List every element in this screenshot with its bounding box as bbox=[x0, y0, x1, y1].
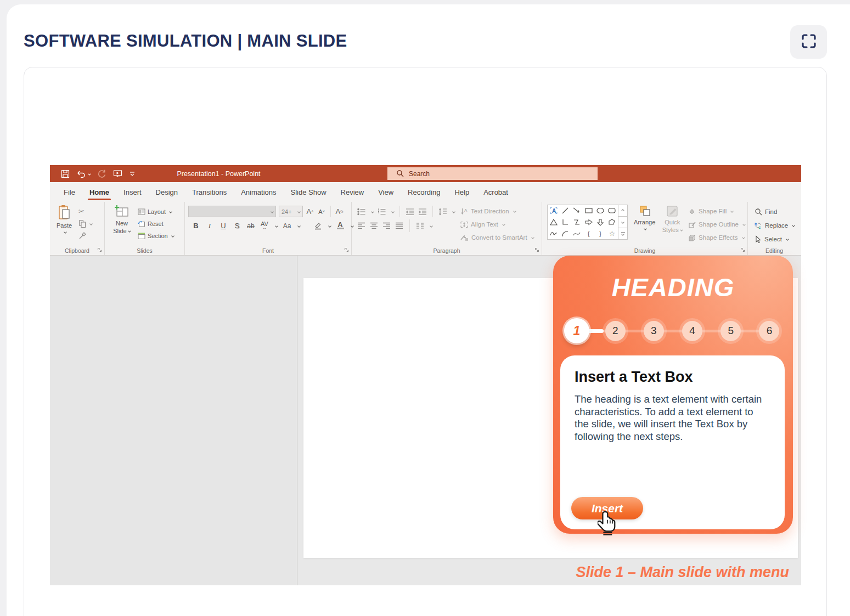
step-5[interactable]: 5 bbox=[718, 318, 744, 343]
search-input[interactable] bbox=[409, 170, 546, 178]
tab-review[interactable]: Review bbox=[334, 182, 371, 202]
shape-rectangle[interactable] bbox=[583, 205, 594, 217]
text-shadow-button[interactable]: S bbox=[233, 220, 241, 232]
shape-outline-button[interactable]: Shape Outline bbox=[688, 218, 745, 230]
align-left-icon[interactable] bbox=[357, 222, 365, 229]
shape-star[interactable]: ☆ bbox=[606, 228, 618, 239]
shape-arc[interactable] bbox=[559, 228, 571, 239]
step-6[interactable]: 6 bbox=[757, 318, 782, 343]
shapes-scroll-down[interactable] bbox=[618, 217, 628, 228]
highlight-color-button[interactable] bbox=[313, 220, 322, 232]
align-text-button[interactable]: Align Text bbox=[460, 218, 534, 230]
shape-curve[interactable] bbox=[571, 228, 583, 239]
quick-styles-button[interactable]: Quick Styles bbox=[661, 205, 683, 246]
shape-rounded-rectangle[interactable] bbox=[606, 205, 618, 217]
slideshow-icon[interactable] bbox=[113, 169, 122, 178]
section-button[interactable]: Section bbox=[138, 230, 174, 241]
quick-styles-icon bbox=[666, 205, 679, 218]
shape-polygon[interactable] bbox=[606, 217, 618, 228]
select-button[interactable]: Select bbox=[755, 233, 798, 245]
tab-insert[interactable]: Insert bbox=[116, 182, 149, 202]
tab-help[interactable]: Help bbox=[447, 182, 476, 202]
undo-icon[interactable] bbox=[76, 169, 91, 178]
align-center-icon[interactable] bbox=[370, 222, 378, 229]
shape-elbow[interactable] bbox=[559, 217, 571, 228]
shapes-more-button[interactable] bbox=[618, 228, 628, 240]
clipboard-dialog-launcher[interactable] bbox=[97, 247, 102, 253]
arrange-label: Arrange bbox=[634, 219, 655, 227]
align-right-icon[interactable] bbox=[382, 222, 391, 229]
shapes-scroll-up[interactable] bbox=[618, 205, 628, 217]
bold-button[interactable]: B bbox=[192, 220, 200, 232]
character-spacing-button[interactable]: AV ↔ bbox=[260, 220, 269, 232]
layout-button[interactable]: Layout bbox=[138, 206, 174, 217]
new-slide-button[interactable]: New Slide bbox=[110, 205, 133, 246]
columns-icon[interactable] bbox=[416, 222, 424, 229]
paste-button[interactable]: Paste bbox=[53, 205, 75, 246]
convert-smartart-button[interactable]: Convert to SmartArt bbox=[460, 231, 534, 244]
shape-effects-button[interactable]: Shape Effects bbox=[688, 231, 745, 244]
clear-formatting-button[interactable]: A▱ bbox=[335, 206, 344, 218]
shape-fill-button[interactable]: Shape Fill bbox=[688, 205, 745, 217]
replace-button[interactable]: b c Replace bbox=[755, 219, 798, 231]
hand-cursor-icon bbox=[598, 511, 617, 537]
shape-left-brace[interactable]: { bbox=[583, 228, 594, 239]
strikethrough-button[interactable]: ab bbox=[246, 220, 255, 232]
tab-home[interactable]: Home bbox=[82, 182, 116, 202]
shape-right-arrow[interactable] bbox=[583, 217, 594, 228]
tab-recording[interactable]: Recording bbox=[401, 182, 447, 202]
tab-slide-show[interactable]: Slide Show bbox=[283, 182, 333, 202]
save-icon[interactable] bbox=[61, 169, 70, 178]
search-box[interactable] bbox=[387, 167, 598, 180]
step-2[interactable]: 2 bbox=[603, 318, 628, 343]
shape-freeform[interactable] bbox=[571, 217, 583, 228]
decrease-font-button[interactable]: A˅ bbox=[317, 206, 326, 218]
tab-file[interactable]: File bbox=[57, 182, 82, 202]
underline-button[interactable]: U bbox=[219, 220, 228, 232]
customize-qat-icon[interactable] bbox=[129, 171, 136, 177]
cut-button[interactable]: ✂ bbox=[78, 206, 92, 217]
font-size-combo[interactable]: 24+ bbox=[279, 206, 303, 217]
tab-design[interactable]: Design bbox=[149, 182, 185, 202]
decrease-indent-icon[interactable] bbox=[406, 208, 414, 216]
shape-text-box[interactable]: A bbox=[548, 205, 559, 217]
justify-icon[interactable] bbox=[395, 222, 403, 229]
font-name-combo[interactable] bbox=[188, 206, 276, 217]
numbering-icon[interactable] bbox=[378, 208, 386, 216]
drawing-dialog-launcher[interactable] bbox=[740, 247, 745, 253]
svg-text:b: b bbox=[755, 222, 757, 227]
format-painter-button[interactable] bbox=[78, 230, 92, 241]
shape-oval[interactable] bbox=[594, 205, 606, 217]
increase-font-button[interactable]: A˄ bbox=[306, 206, 314, 218]
bullets-icon[interactable] bbox=[357, 208, 366, 216]
copy-button[interactable] bbox=[78, 218, 92, 229]
increase-indent-icon[interactable] bbox=[418, 208, 427, 216]
font-color-button[interactable]: A bbox=[336, 220, 345, 232]
shape-line[interactable] bbox=[559, 205, 571, 217]
tab-transitions[interactable]: Transitions bbox=[185, 182, 234, 202]
text-direction-button[interactable]: A Text Direction bbox=[460, 205, 534, 217]
step-3[interactable]: 3 bbox=[641, 318, 666, 343]
tab-view[interactable]: View bbox=[371, 182, 401, 202]
find-button[interactable]: Find bbox=[755, 206, 798, 218]
paragraph-dialog-launcher[interactable] bbox=[534, 247, 539, 253]
font-dialog-launcher[interactable] bbox=[344, 247, 349, 253]
tab-acrobat[interactable]: Acrobat bbox=[476, 182, 515, 202]
step-4[interactable]: 4 bbox=[680, 318, 705, 343]
redo-icon[interactable] bbox=[97, 169, 106, 178]
line-spacing-icon[interactable] bbox=[438, 208, 447, 216]
shape-scribble[interactable] bbox=[548, 228, 559, 239]
arrange-button[interactable]: Arrange bbox=[633, 205, 656, 246]
shape-triangle[interactable] bbox=[548, 217, 559, 228]
step-1[interactable]: 1 bbox=[564, 318, 589, 343]
shape-right-brace[interactable]: } bbox=[594, 228, 606, 239]
reset-button[interactable]: Reset bbox=[138, 218, 174, 229]
tab-animations[interactable]: Animations bbox=[234, 182, 283, 202]
fullscreen-button[interactable] bbox=[790, 25, 827, 59]
slide-thumbnails-panel[interactable] bbox=[50, 256, 297, 585]
shape-arrow[interactable] bbox=[571, 205, 583, 217]
italic-button[interactable]: I bbox=[205, 220, 214, 232]
change-case-button[interactable]: Aa bbox=[283, 220, 291, 232]
shape-down-arrow[interactable] bbox=[594, 217, 606, 228]
quick-styles-label-2: Styles bbox=[662, 227, 679, 233]
